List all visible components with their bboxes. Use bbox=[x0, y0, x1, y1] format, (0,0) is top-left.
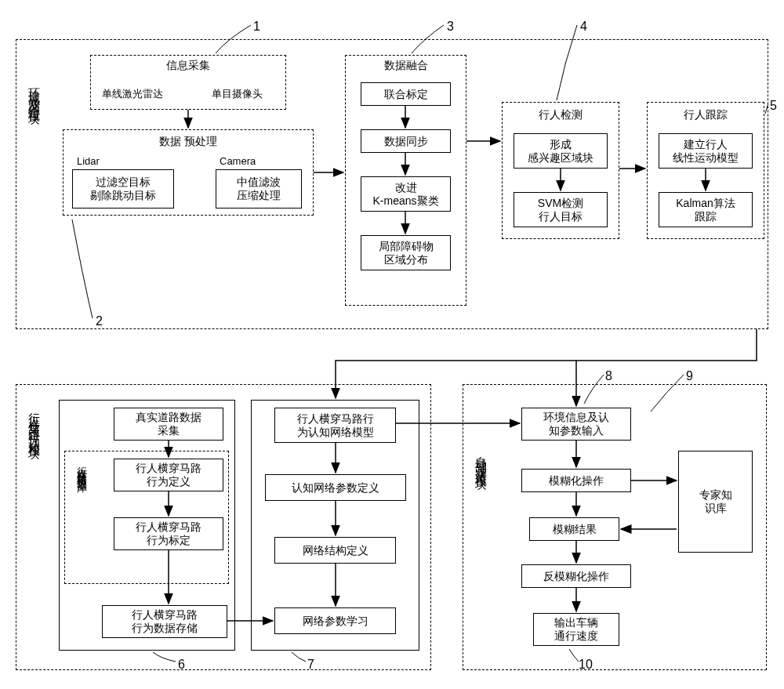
b6-b3-l1: 行人横穿马路 bbox=[136, 520, 201, 534]
fusion-b4: 局部障碍物 区域分布 bbox=[361, 235, 451, 270]
b6-b2-l1: 行人横穿马路 bbox=[136, 462, 201, 475]
b10-b3: 模糊结果 bbox=[529, 517, 619, 541]
b10-kb-l2: 识库 bbox=[705, 502, 727, 515]
b10-b1-l1: 环境信息及认 bbox=[543, 411, 609, 424]
tracking-header: 行人跟踪 bbox=[647, 108, 764, 121]
b7-b4: 网络参数学习 bbox=[274, 607, 396, 634]
b10-b5: 输出车辆 通行速度 bbox=[533, 613, 619, 646]
b10-kb: 专家知 识库 bbox=[678, 451, 753, 553]
tracking-b1-l1: 建立行人 bbox=[684, 138, 728, 151]
num-1: 1 bbox=[253, 19, 260, 34]
b10-b1-l2: 知参数输入 bbox=[549, 424, 604, 437]
camera-line1: 中值滤波 bbox=[237, 176, 281, 189]
diagram-canvas: 环境感知及融合模块 信息采集 单线激光雷达 单目摄像头 数据 预处理 Lidar… bbox=[16, 16, 768, 674]
lidar-box: 过滤空目标 剔除跳动目标 bbox=[72, 169, 174, 209]
tracking-b2: Kalman算法 跟踪 bbox=[659, 192, 753, 227]
camera-line2: 压缩处理 bbox=[237, 189, 281, 202]
b10-b4: 反模糊化操作 bbox=[521, 564, 631, 588]
b7-b1: 行人横穿马路行 为认知网络模型 bbox=[274, 408, 396, 443]
module-cognition-title: 行人横穿马路行为认知模块 bbox=[24, 404, 42, 441]
num-3: 3 bbox=[447, 19, 454, 34]
detection-header: 行人检测 bbox=[502, 108, 619, 121]
num-5: 5 bbox=[770, 98, 777, 113]
detection-b1-l2: 感兴趣区域块 bbox=[528, 151, 593, 165]
preprocessing-header: 数据 预处理 bbox=[63, 135, 314, 148]
b6-b2: 行人横穿马路 行为定义 bbox=[114, 459, 223, 491]
b7-b1-l1: 行人横穿马路行 bbox=[297, 412, 374, 426]
num-2: 2 bbox=[96, 314, 103, 328]
detection-b2-l1: SVM检测 bbox=[538, 197, 583, 210]
b6-b4: 行人横穿马路 行为数据存储 bbox=[102, 605, 227, 638]
detection-b1-l1: 形成 bbox=[550, 138, 572, 151]
tracking-b1: 建立行人 线性运动模型 bbox=[659, 133, 753, 169]
num-10: 10 bbox=[579, 657, 593, 672]
detection-b2-l2: 行人目标 bbox=[539, 210, 583, 223]
fusion-b4-l1: 局部障碍物 bbox=[379, 240, 434, 253]
b6-b4-l2: 行为数据存储 bbox=[132, 622, 198, 635]
num-6: 6 bbox=[178, 657, 185, 672]
info-collection-left: 单线激光雷达 bbox=[102, 88, 163, 100]
lidar-line2: 剔除跳动目标 bbox=[90, 189, 156, 202]
b10-kb-l1: 专家知 bbox=[699, 488, 732, 502]
info-collection-header: 信息采集 bbox=[90, 59, 286, 72]
b10-b1: 环境信息及认 知参数输入 bbox=[521, 408, 631, 441]
b7-b2: 认知网络参数定义 bbox=[265, 474, 406, 501]
b6-b1: 真实道路数据 采集 bbox=[114, 408, 223, 441]
tracking-b2-l2: 跟踪 bbox=[695, 210, 717, 223]
fusion-header: 数据融合 bbox=[345, 59, 466, 72]
num-7: 7 bbox=[307, 657, 314, 672]
num-8: 8 bbox=[605, 368, 612, 383]
b6-b1-l2: 采集 bbox=[158, 424, 180, 437]
lidar-line1: 过滤空目标 bbox=[96, 176, 151, 189]
b10-b2: 模糊化操作 bbox=[521, 469, 631, 492]
num-4: 4 bbox=[580, 19, 587, 34]
info-collection-right: 单目摄像头 bbox=[212, 88, 263, 100]
b7-b3: 网络结构定义 bbox=[274, 537, 396, 564]
module-env-title: 环境感知及融合模块 bbox=[24, 78, 42, 107]
detection-b1: 形成 感兴趣区域块 bbox=[514, 133, 608, 169]
fusion-b4-l2: 区域分布 bbox=[384, 253, 428, 267]
b6-db-label: 行人横穿马路行为数据库 bbox=[71, 459, 88, 476]
tracking-b2-l1: Kalman算法 bbox=[676, 197, 735, 210]
b10-b5-l1: 输出车辆 bbox=[554, 616, 598, 629]
camera-label: Camera bbox=[220, 155, 256, 168]
lidar-label: Lidar bbox=[77, 155, 100, 168]
b6-b3: 行人横穿马路 行为标定 bbox=[114, 517, 223, 550]
b7-b1-l2: 为认知网络模型 bbox=[297, 426, 374, 439]
b10-b5-l2: 通行速度 bbox=[554, 629, 598, 643]
b6-b2-l2: 行为定义 bbox=[147, 475, 191, 488]
num-9: 9 bbox=[686, 368, 693, 383]
fusion-b1: 联合标定 bbox=[361, 82, 451, 106]
module-decision-title: 自动驾驶决策模块 bbox=[471, 447, 488, 472]
b6-b3-l2: 行为标定 bbox=[147, 534, 191, 547]
fusion-b3: 改进 K-means聚类 bbox=[361, 176, 451, 212]
fusion-b3-l2: K-means聚类 bbox=[372, 194, 438, 208]
fusion-b3-l1: 改进 bbox=[395, 181, 417, 194]
b6-b1-l1: 真实道路数据 bbox=[136, 411, 201, 424]
fusion-b2: 数据同步 bbox=[361, 129, 451, 153]
camera-box: 中值滤波 压缩处理 bbox=[216, 169, 302, 209]
detection-b2: SVM检测 行人目标 bbox=[514, 192, 608, 227]
b6-b4-l1: 行人横穿马路 bbox=[132, 608, 198, 622]
tracking-b1-l2: 线性运动模型 bbox=[673, 151, 739, 165]
